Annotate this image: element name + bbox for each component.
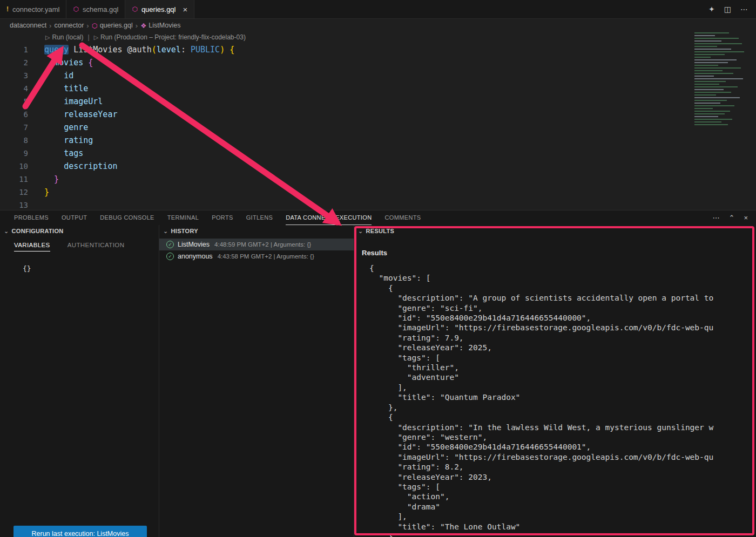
- play-icon: ▷: [94, 34, 98, 41]
- code-token: {: [88, 58, 93, 67]
- run-local-codelens[interactable]: ▷ Run (local): [45, 33, 84, 41]
- line-number: 2: [0, 56, 28, 69]
- code-line[interactable]: 5 imageUrl: [0, 95, 756, 108]
- code-text: releaseYear: [28, 108, 117, 121]
- code-token: [123, 45, 127, 55]
- panel-action-bar: ⋯⌃×: [713, 214, 756, 222]
- configuration-tabs: VARIABLESAUTHENTICATION: [14, 242, 159, 251]
- panel-tab-gitlens[interactable]: GITLENS: [246, 210, 273, 225]
- panel-tab-output[interactable]: OUTPUT: [62, 210, 87, 225]
- configuration-header[interactable]: ⌄ CONFIGURATION: [0, 225, 159, 237]
- breadcrumb-item-dataconnect[interactable]: dataconnect: [10, 22, 46, 29]
- chevron-right-icon: ›: [136, 22, 138, 30]
- codelens-divider: |: [88, 33, 90, 41]
- code-line[interactable]: 4 title: [0, 82, 756, 95]
- panel-tab-data-connect-execution[interactable]: DATA CONNECT EXECUTION: [286, 210, 372, 225]
- code-token: title: [64, 84, 88, 93]
- code-token: ListMovies: [73, 45, 122, 55]
- vscode-window: !connector.yaml⬡schema.gql⬡queries.gql× …: [0, 0, 756, 537]
- minimap[interactable]: [692, 31, 755, 134]
- code-text: title: [28, 82, 88, 95]
- history-entry-name: anonymous: [178, 253, 213, 260]
- panel-tab-ports[interactable]: PORTS: [212, 210, 233, 225]
- code-token: level: [157, 45, 181, 55]
- editor-tab-schema.gql[interactable]: ⬡schema.gql: [66, 0, 125, 18]
- chevron-up-icon[interactable]: ⌃: [729, 214, 735, 222]
- results-json[interactable]: { "movies": [ { "description": "A group …: [369, 263, 756, 537]
- line-number: 12: [0, 186, 28, 199]
- config-tab-variables[interactable]: VARIABLES: [14, 242, 50, 251]
- code-text: }: [28, 186, 49, 199]
- close-icon[interactable]: ×: [183, 5, 188, 14]
- code-line[interactable]: 7 genre: [0, 121, 756, 134]
- history-header[interactable]: ⌄ HISTORY: [159, 225, 354, 237]
- line-number: 5: [0, 95, 28, 108]
- code-line[interactable]: 10 description: [0, 160, 756, 173]
- run-production-codelens[interactable]: ▷ Run (Production – Project: friendly-fl…: [94, 33, 246, 41]
- panel-tab-terminal[interactable]: TERMINAL: [167, 210, 199, 225]
- breadcrumb-item-connector[interactable]: connector: [54, 22, 84, 29]
- variables-value[interactable]: {}: [23, 264, 159, 273]
- history-entry-ListMovies[interactable]: ✓ListMovies4:48:59 PM GMT+2 | Arguments:…: [159, 239, 354, 250]
- code-token: movies: [54, 58, 83, 67]
- code-token: :: [181, 45, 191, 55]
- code-token: }: [44, 187, 49, 197]
- tab-label: queries.gql: [141, 5, 176, 13]
- line-number: 1: [0, 43, 28, 56]
- graphql-icon: ⬡: [73, 5, 78, 13]
- code-token: (: [152, 45, 157, 55]
- code-token: [44, 161, 64, 171]
- code-line[interactable]: 13: [0, 199, 756, 210]
- code-text: [28, 199, 44, 210]
- sparkle-icon[interactable]: ✦: [708, 5, 715, 13]
- results-header[interactable]: ⌄ RESULTS: [354, 225, 756, 237]
- code-token: genre: [64, 123, 88, 132]
- code-token: query: [44, 45, 69, 55]
- run-local-label: Run (local): [52, 33, 83, 41]
- code-token: id: [64, 71, 73, 80]
- code-text: tags: [28, 147, 83, 160]
- line-number: 6: [0, 108, 28, 121]
- panel-body: ⌄ CONFIGURATION VARIABLESAUTHENTICATION …: [0, 225, 756, 537]
- code-text: imageUrl: [28, 95, 103, 108]
- tab-strip: !connector.yaml⬡schema.gql⬡queries.gql×: [0, 0, 194, 18]
- code-line[interactable]: 8 rating: [0, 134, 756, 147]
- config-tab-authentication[interactable]: AUTHENTICATION: [68, 242, 125, 251]
- code-line[interactable]: 6 releaseYear: [0, 108, 756, 121]
- line-number: 4: [0, 82, 28, 95]
- code-line[interactable]: 9 tags: [0, 147, 756, 160]
- code-token: ): [220, 45, 225, 55]
- code-line[interactable]: 1query ListMovies @auth(level: PUBLIC) {: [0, 43, 756, 56]
- tab-label: connector.yaml: [12, 5, 59, 13]
- code-token: [44, 110, 64, 119]
- panel-tab-problems[interactable]: PROBLEMS: [14, 210, 49, 225]
- split-editor-icon[interactable]: ◫: [724, 5, 731, 13]
- codelens: ▷ Run (local) | ▷ Run (Production – Proj…: [0, 31, 756, 43]
- code-text: }: [28, 173, 59, 186]
- more-icon[interactable]: ⋯: [713, 214, 720, 222]
- line-number: 7: [0, 121, 28, 134]
- code-token: PUBLIC: [191, 45, 220, 55]
- code-line[interactable]: 11 }: [0, 173, 756, 186]
- line-number: 13: [0, 199, 28, 210]
- history-entry-anonymous[interactable]: ✓anonymous4:43:58 PM GMT+2 | Arguments: …: [159, 250, 354, 262]
- code-token: [44, 84, 64, 93]
- breadcrumb-item-ListMovies[interactable]: ❖ListMovies: [140, 22, 180, 30]
- graphql-icon: ⬡: [92, 22, 98, 30]
- breadcrumb-label: ListMovies: [148, 22, 180, 29]
- code-line[interactable]: 2 movies {: [0, 56, 756, 69]
- code-line[interactable]: 3 id: [0, 69, 756, 82]
- code-token: @auth: [127, 45, 152, 55]
- panel-tab-debug-console[interactable]: DEBUG CONSOLE: [100, 210, 154, 225]
- line-number: 11: [0, 173, 28, 186]
- code-line[interactable]: 12}: [0, 186, 756, 199]
- breadcrumb-item-queries.gql[interactable]: ⬡queries.gql: [92, 22, 133, 30]
- code-editor[interactable]: ▷ Run (local) | ▷ Run (Production – Proj…: [0, 31, 756, 210]
- code-token: {: [230, 45, 234, 55]
- close-icon[interactable]: ×: [744, 214, 748, 222]
- rerun-button[interactable]: Rerun last execution: ListMovies: [14, 526, 147, 537]
- panel-tab-comments[interactable]: COMMENTS: [384, 210, 421, 225]
- editor-tab-connector.yaml[interactable]: !connector.yaml: [0, 0, 66, 18]
- editor-tab-queries.gql[interactable]: ⬡queries.gql×: [125, 0, 194, 18]
- more-icon[interactable]: ⋯: [740, 5, 748, 13]
